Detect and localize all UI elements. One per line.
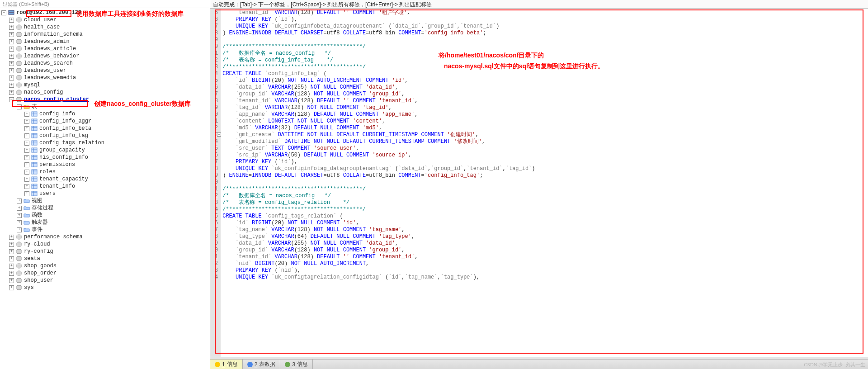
expand-icon[interactable]: + (24, 148, 29, 153)
db-shop_user-icon (15, 277, 23, 284)
sql-editor[interactable]: 5678901234567890123456789012345678901234… (210, 9, 868, 357)
db-selected[interactable]: − nacos_config_cluster (0, 96, 210, 103)
expand-icon[interactable]: + (9, 249, 14, 254)
folder-存储过程[interactable]: + 存储过程 (0, 204, 210, 212)
db-mysql[interactable]: + mysql (0, 81, 210, 89)
expand-icon[interactable]: + (9, 90, 14, 95)
expand-icon[interactable]: + (9, 61, 14, 66)
folder-tables[interactable]: − 表 (0, 103, 210, 110)
db-cloud_user-icon (15, 17, 23, 23)
expand-icon[interactable]: + (24, 184, 29, 189)
expand-icon[interactable]: + (17, 206, 22, 211)
db-health_case[interactable]: + health_case (0, 24, 210, 31)
expand-icon[interactable]: + (9, 47, 14, 52)
expand-icon[interactable]: + (24, 112, 29, 117)
expand-icon[interactable]: + (17, 199, 22, 203)
expand-icon[interactable]: + (9, 235, 14, 240)
expand-icon[interactable]: + (9, 83, 14, 88)
tree-label: his_config_info (39, 154, 88, 161)
expand-icon[interactable]: + (24, 155, 29, 160)
folder-函数[interactable]: + 函数 (0, 212, 210, 219)
expand-icon[interactable]: + (17, 213, 22, 218)
collapse-icon[interactable]: − (17, 104, 22, 109)
expand-icon[interactable]: + (9, 285, 14, 290)
tab-dot-icon (215, 362, 220, 367)
table-users[interactable]: + users (0, 190, 210, 197)
db-information_schema[interactable]: + information_schema (0, 31, 210, 38)
tree-label: config_info (39, 110, 75, 118)
table-config_info[interactable]: + config_info (0, 110, 210, 118)
db-ry-cloud[interactable]: + ry-cloud (0, 241, 210, 248)
autocomplete-hint: 自动完成：[Tab]-> 下一个标签，[Ctrl+Space]-> 列出所有标签… (210, 0, 868, 9)
expand-icon[interactable]: + (9, 264, 14, 269)
tree-label: ry-config (24, 248, 53, 255)
db-leadnews_article[interactable]: + leadnews_article (0, 45, 210, 52)
expand-icon[interactable]: + (24, 141, 29, 146)
db-ry-config[interactable]: + ry-config (0, 248, 210, 255)
folder-视图[interactable]: + 视图 (0, 197, 210, 204)
db-leadnews_behavior[interactable]: + leadnews_behavior (0, 52, 210, 60)
db-cloud_user[interactable]: + cloud_user (0, 16, 210, 24)
expand-icon[interactable]: + (9, 68, 14, 73)
table-group_capacity[interactable]: + group_capacity (0, 147, 210, 154)
table-permissions[interactable]: + permissions (0, 161, 210, 168)
collapse-icon[interactable]: − (9, 97, 14, 102)
server-root[interactable]: − root@192.168.200.129 (0, 9, 210, 16)
expand-icon[interactable]: + (9, 278, 14, 283)
db-seata[interactable]: + seata (0, 255, 210, 262)
db-mysql-icon (15, 82, 23, 88)
table-config_info_aggr[interactable]: + config_info_aggr (0, 118, 210, 125)
expand-icon[interactable]: + (24, 126, 29, 131)
collapse-icon[interactable]: − (1, 10, 6, 15)
code-area[interactable]: `tenant_id` VARCHAR(128) DEFAULT '' COMM… (221, 9, 537, 357)
expand-icon[interactable]: + (17, 220, 22, 225)
tree-label: tenant_capacity (39, 175, 88, 183)
expand-icon[interactable]: + (24, 191, 29, 196)
tab-表数据[interactable]: 2 表数据 (243, 360, 281, 369)
tree-label: tenant_info (39, 183, 75, 190)
expand-icon[interactable]: + (17, 227, 22, 232)
db-shop_user[interactable]: + shop_user (0, 277, 210, 284)
expand-icon[interactable]: + (9, 54, 14, 59)
tree-label: cloud_user (24, 16, 57, 24)
tree-label: 触发器 (32, 219, 48, 226)
db-performance_schema[interactable]: + performance_schema (0, 233, 210, 241)
db-leadnews_wemedia[interactable]: + leadnews_wemedia (0, 74, 210, 81)
bottom-tabs[interactable]: 1 信息 2 表数据 3 信息 (210, 359, 868, 369)
tree-label: 存储过程 (32, 204, 53, 212)
folder-事件[interactable]: + 事件 (0, 226, 210, 233)
db-shop_order[interactable]: + shop_order (0, 270, 210, 277)
expand-icon[interactable]: + (9, 271, 14, 276)
table-his_config_info[interactable]: + his_config_info (0, 154, 210, 161)
expand-icon[interactable]: + (9, 76, 14, 80)
expand-icon[interactable]: + (9, 32, 14, 37)
expand-icon[interactable]: + (24, 162, 29, 167)
tab-信息[interactable]: 3 信息 (280, 360, 313, 369)
expand-icon[interactable]: + (24, 170, 29, 175)
db-sys[interactable]: + sys (0, 284, 210, 291)
table-config_tags_relation[interactable]: + config_tags_relation (0, 139, 210, 147)
table-config_info_tag[interactable]: + config_info_tag (0, 132, 210, 139)
db-tree[interactable]: − root@192.168.200.129 + cloud_user + he… (0, 8, 210, 293)
expand-icon[interactable]: + (9, 256, 14, 261)
table-config_info_beta[interactable]: + config_info_beta (0, 125, 210, 132)
expand-icon[interactable]: + (9, 242, 14, 247)
db-leadnews_admin[interactable]: + leadnews_admin (0, 38, 210, 45)
expand-icon[interactable]: + (24, 119, 29, 124)
expand-icon[interactable]: + (24, 133, 29, 138)
db-nacos_config[interactable]: + nacos_config (0, 89, 210, 96)
svg-rect-1 (9, 13, 14, 14)
folder-触发器[interactable]: + 触发器 (0, 219, 210, 226)
db-shop_goods[interactable]: + shop_goods (0, 262, 210, 270)
tab-信息[interactable]: 1 信息 (210, 360, 243, 369)
db-leadnews_user[interactable]: + leadnews_user (0, 67, 210, 74)
db-leadnews_search[interactable]: + leadnews_search (0, 60, 210, 67)
expand-icon[interactable]: + (9, 18, 14, 23)
expand-icon[interactable]: + (9, 25, 14, 30)
table-roles[interactable]: + roles (0, 168, 210, 175)
table-tenant_capacity[interactable]: + tenant_capacity (0, 175, 210, 183)
db-leadnews_behavior-icon (15, 53, 23, 59)
expand-icon[interactable]: + (24, 177, 29, 182)
expand-icon[interactable]: + (9, 39, 14, 44)
table-tenant_info[interactable]: + tenant_info (0, 183, 210, 190)
